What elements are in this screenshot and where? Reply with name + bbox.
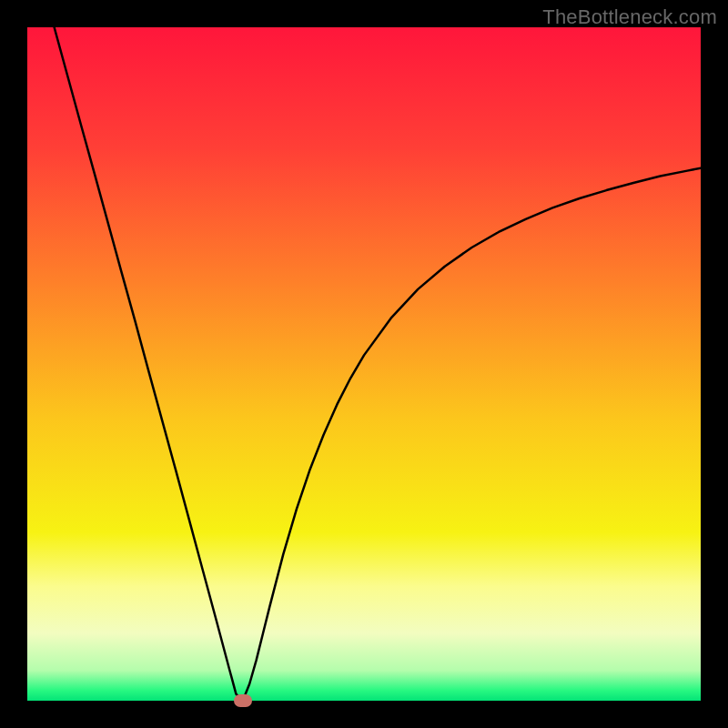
optimal-marker <box>234 694 252 707</box>
gradient-background <box>27 27 701 701</box>
watermark-text: TheBottleneck.com <box>542 5 717 29</box>
chart-frame <box>27 27 701 701</box>
plot-area <box>27 27 701 701</box>
